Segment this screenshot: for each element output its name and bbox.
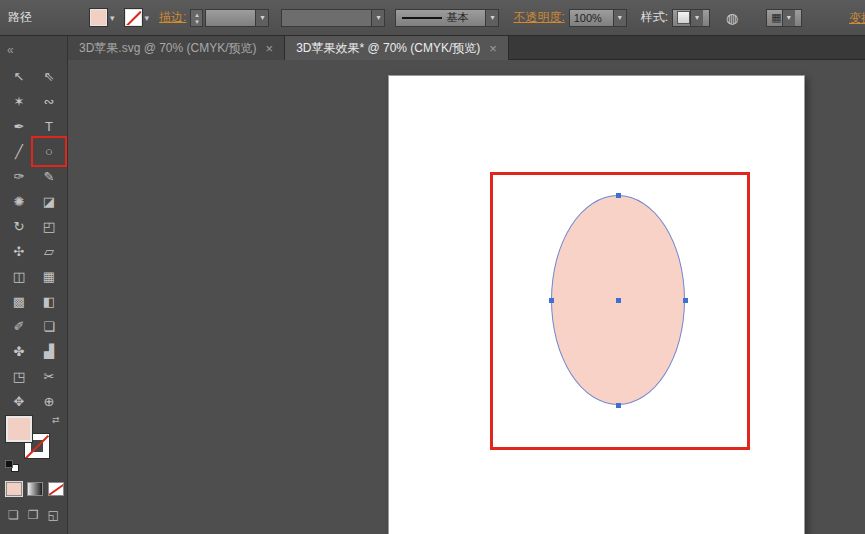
direct-selection-tool[interactable]: ⇖ — [34, 64, 64, 89]
brush-stroke-preview — [402, 17, 442, 19]
gradient-tool[interactable]: ◧ — [34, 289, 64, 314]
none-slash-icon — [125, 10, 141, 26]
stepper-up-icon[interactable]: ▴ — [195, 11, 199, 18]
stroke-width-select[interactable]: ▾ — [205, 9, 269, 27]
tab-3d-apple-svg[interactable]: 3D苹果.svg @ 70% (CMYK/预览) × — [68, 36, 285, 60]
pencil-tool[interactable]: ✎ — [34, 164, 64, 189]
chevron-down-icon[interactable]: ▾ — [690, 10, 703, 26]
none-slash-icon — [48, 483, 64, 496]
free-transform-tool[interactable]: ▱ — [34, 239, 64, 264]
hand-tool[interactable]: ✥ — [4, 389, 34, 414]
scale-tool[interactable]: ◰ — [34, 214, 64, 239]
canvas-area[interactable] — [68, 60, 865, 534]
blob-brush-tool[interactable]: ✺ — [4, 189, 34, 214]
fill-swatch[interactable] — [90, 9, 107, 26]
default-fill-stroke-icon[interactable] — [5, 460, 19, 472]
mesh-tool[interactable]: ▩ — [4, 289, 34, 314]
gradient-button[interactable] — [27, 482, 43, 496]
anchor-point-right[interactable] — [683, 298, 688, 303]
rotate-tool[interactable]: ↻ — [4, 214, 34, 239]
opacity-value: 100% — [570, 12, 613, 24]
tab-label: 3D苹果效果* @ 70% (CMYK/预览) — [296, 40, 480, 57]
anchor-point-top[interactable] — [616, 193, 621, 198]
drawing-modes-row: ❏ ❐ ◱ — [8, 508, 67, 522]
style-swatch — [677, 11, 690, 24]
align-options-select[interactable]: ▦ ▾ — [766, 9, 802, 27]
tool-grid: ↖⇖✶∾✒T╱○✑✎✺◪↻◰✣▱◫▦▩◧✐❏✤▟◳✂✥⊕ — [4, 64, 64, 414]
context-label: 路径 — [8, 9, 32, 26]
chevron-down-icon[interactable]: ▾ — [371, 10, 384, 26]
tab-3d-apple-effect[interactable]: 3D苹果效果* @ 70% (CMYK/预览) × — [285, 36, 509, 60]
eyedropper-tool[interactable]: ✐ — [4, 314, 34, 339]
stroke-width-stepper[interactable]: ▴ ▾ — [190, 9, 203, 27]
fill-stroke-indicator: ⇄ — [0, 414, 67, 478]
slice-tool[interactable]: ✂ — [34, 364, 64, 389]
column-graph-tool[interactable]: ▟ — [34, 339, 64, 364]
symbol-sprayer-tool[interactable]: ✤ — [4, 339, 34, 364]
magic-wand-tool[interactable]: ✶ — [4, 89, 34, 114]
color-type-buttons — [6, 482, 67, 496]
opacity-label[interactable]: 不透明度: — [513, 9, 564, 26]
brush-definition-value: 基本 — [442, 10, 485, 25]
width-profile-select[interactable]: ▾ — [281, 9, 385, 27]
transform-label[interactable]: 变换 — [849, 10, 865, 27]
style-select[interactable]: ▾ — [672, 9, 710, 27]
document-tab-bar: 3D苹果.svg @ 70% (CMYK/预览) × 3D苹果效果* @ 70%… — [68, 36, 865, 60]
close-icon[interactable]: × — [489, 42, 497, 55]
draw-behind-icon[interactable]: ❐ — [28, 508, 39, 522]
type-tool[interactable]: T — [34, 114, 64, 139]
stroke-color-control[interactable]: ▾ — [125, 9, 150, 26]
width-tool[interactable]: ✣ — [4, 239, 34, 264]
default-stroke-mini — [5, 460, 13, 468]
draw-normal-icon[interactable]: ❏ — [8, 508, 19, 522]
blend-tool[interactable]: ❏ — [34, 314, 64, 339]
line-segment-tool[interactable]: ╱ — [4, 139, 34, 164]
chevron-down-icon[interactable]: ▾ — [110, 13, 115, 23]
anchor-point-left[interactable] — [549, 298, 554, 303]
toolbar-header: « — [0, 36, 67, 64]
none-button[interactable] — [48, 482, 64, 496]
close-icon[interactable]: × — [266, 42, 274, 55]
tab-label: 3D苹果.svg @ 70% (CMYK/预览) — [79, 40, 257, 57]
collapse-panel-icon[interactable]: « — [7, 43, 14, 57]
lasso-tool[interactable]: ∾ — [34, 89, 64, 114]
globe-icon[interactable]: ◍ — [726, 10, 738, 26]
fill-color-control[interactable]: ▾ — [90, 9, 115, 26]
stroke-label[interactable]: 描边: — [159, 9, 186, 26]
swap-fill-stroke-icon[interactable]: ⇄ — [52, 415, 60, 425]
chevron-down-icon[interactable]: ▾ — [255, 10, 268, 26]
workspace: « ↖⇖✶∾✒T╱○✑✎✺◪↻◰✣▱◫▦▩◧✐❏✤▟◳✂✥⊕ ⇄ — [0, 36, 865, 534]
eraser-tool[interactable]: ◪ — [34, 189, 64, 214]
stepper-down-icon[interactable]: ▾ — [195, 18, 199, 25]
illustrator-window: 路径 ▾ ▾ 描边: ▴ ▾ ▾ ▾ 基本 ▾ 不透明度: 10 — [0, 0, 865, 534]
chevron-down-icon[interactable]: ▾ — [145, 13, 150, 23]
chevron-down-icon[interactable]: ▾ — [613, 10, 626, 26]
artboard-tool[interactable]: ◳ — [4, 364, 34, 389]
grid-icon: ▦ — [771, 11, 781, 24]
color-button[interactable] — [6, 482, 22, 496]
opacity-select[interactable]: 100% ▾ — [569, 9, 627, 27]
ellipse-tool[interactable]: ○ — [34, 139, 64, 164]
brush-definition-select[interactable]: 基本 ▾ — [395, 9, 499, 27]
shape-builder-tool[interactable]: ◫ — [4, 264, 34, 289]
control-bar: 路径 ▾ ▾ 描边: ▴ ▾ ▾ ▾ 基本 ▾ 不透明度: 10 — [0, 0, 865, 36]
screen-mode-icon[interactable]: ◱ — [48, 508, 59, 522]
style-label: 样式: — [641, 9, 668, 26]
chevron-down-icon[interactable]: ▾ — [485, 10, 498, 26]
center-point[interactable] — [616, 298, 621, 303]
fill-indicator-swatch[interactable] — [6, 416, 32, 442]
stroke-none-swatch[interactable] — [125, 9, 142, 26]
anchor-point-bottom[interactable] — [616, 403, 621, 408]
pen-tool[interactable]: ✒ — [4, 114, 34, 139]
zoom-tool[interactable]: ⊕ — [34, 389, 64, 414]
perspective-grid-tool[interactable]: ▦ — [34, 264, 64, 289]
chevron-down-icon[interactable]: ▾ — [782, 10, 795, 26]
tools-panel: « ↖⇖✶∾✒T╱○✑✎✺◪↻◰✣▱◫▦▩◧✐❏✤▟◳✂✥⊕ ⇄ — [0, 36, 68, 534]
selection-tool[interactable]: ↖ — [4, 64, 34, 89]
paintbrush-tool[interactable]: ✑ — [4, 164, 34, 189]
